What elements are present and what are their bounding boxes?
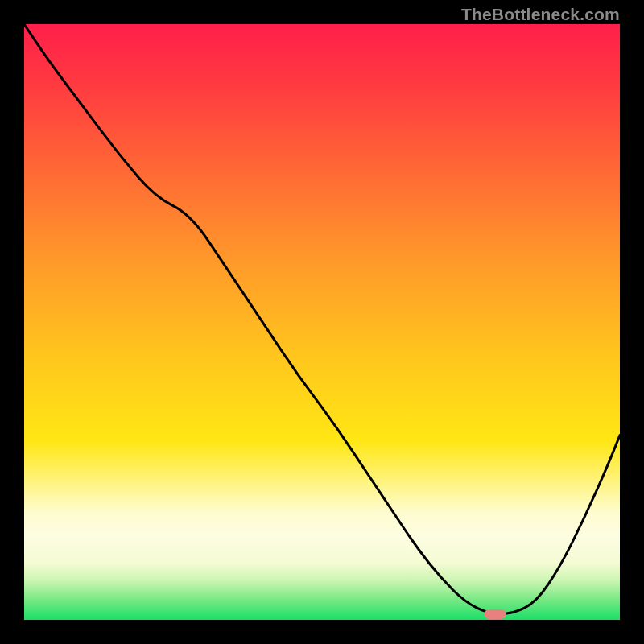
chart-frame: TheBottleneck.com: [0, 0, 644, 644]
plot-area: [24, 24, 620, 620]
bottleneck-curve: [24, 24, 620, 620]
watermark-text: TheBottleneck.com: [461, 5, 620, 24]
optimum-marker: [484, 609, 506, 619]
